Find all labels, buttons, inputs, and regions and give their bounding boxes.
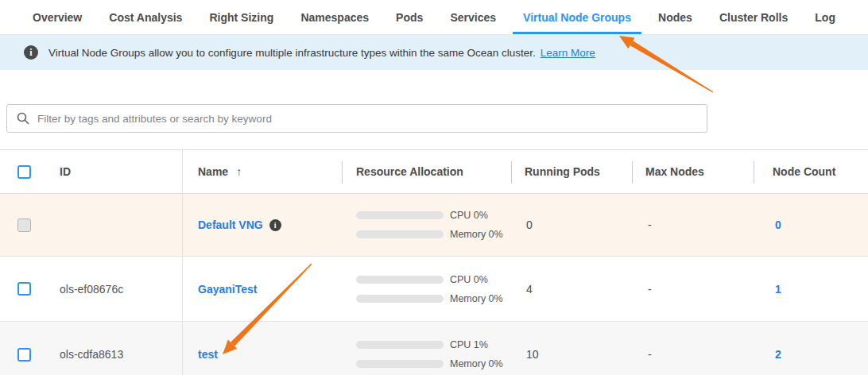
table-header-row: ID Name ↑ Resource Allocation Running Po… [0,150,868,194]
tab-cluster-rolls[interactable]: Cluster Rolls [709,0,798,34]
memory-usage-bar [356,295,444,303]
node-count-link[interactable]: 2 [775,348,781,361]
column-header-running-pods: Running Pods [511,165,632,178]
node-count-link[interactable]: 1 [775,283,781,296]
tab-overview[interactable]: Overview [22,0,92,34]
table-row-test: ols-cdfa8613 test CPU 1% Memory 0% 10 - … [0,322,868,375]
vng-table: ID Name ↑ Resource Allocation Running Po… [0,149,868,375]
tab-cost-analysis[interactable]: Cost Analysis [99,0,192,34]
row-checkbox[interactable] [17,348,31,361]
column-header-name[interactable]: Name ↑ [182,165,342,178]
name-link-test[interactable]: test [198,348,218,361]
resource-allocation: CPU 0% Memory 0% [342,210,511,240]
tab-services[interactable]: Services [440,0,506,34]
row-checkbox[interactable] [17,282,31,296]
search-input[interactable] [37,113,697,125]
sort-ascending-icon: ↑ [236,165,242,178]
cpu-usage-label: CPU 0% [450,274,488,285]
info-icon: i [269,219,281,231]
memory-usage-bar [356,360,444,368]
header-divider [511,161,512,184]
running-pods-value: 10 [511,348,632,361]
memory-usage-label: Memory 0% [450,358,503,369]
column-header-name-label: Name [198,165,228,178]
select-all-checkbox[interactable] [17,165,31,179]
cpu-usage-label: CPU 1% [450,339,488,350]
info-banner: i Virtual Node Groups allow you to confi… [0,35,868,70]
node-count-link[interactable]: 0 [775,218,781,231]
column-header-max-nodes: Max Nodes [632,165,754,178]
header-divider [632,161,633,184]
cpu-usage-label: CPU 0% [450,210,488,221]
tab-bar: Overview Cost Analysis Right Sizing Name… [0,0,868,35]
memory-usage-label: Memory 0% [450,293,503,304]
tab-pods[interactable]: Pods [386,0,433,34]
max-nodes-value: - [632,348,754,361]
filter-searchbox[interactable] [6,104,707,133]
search-icon [17,112,29,125]
column-header-resource-allocation: Resource Allocation [342,165,511,178]
vng-id: ols-ef08676c [48,283,182,296]
memory-usage-bar [356,230,444,238]
info-icon: i [24,45,38,60]
tab-virtual-node-groups[interactable]: Virtual Node Groups [513,0,641,34]
banner-text: Virtual Node Groups allow you to configu… [48,47,536,59]
column-header-id: ID [48,165,182,178]
tab-nodes[interactable]: Nodes [648,0,703,34]
table-row-gayanitest: ols-ef08676c GayaniTest CPU 0% Memory 0%… [0,257,868,322]
column-header-node-count: Node Count [754,165,868,178]
tab-log[interactable]: Log [804,0,846,34]
resource-allocation: CPU 1% Memory 0% [342,339,511,369]
row-checkbox-disabled [17,218,31,232]
learn-more-link[interactable]: Learn More [541,47,595,59]
cpu-usage-bar [356,276,444,284]
running-pods-value: 0 [511,218,632,231]
cpu-usage-bar [356,341,444,349]
table-row-default-vng: Default VNG i CPU 0% Memory 0% 0 - 0 [0,194,868,257]
memory-usage-label: Memory 0% [450,229,503,240]
tab-right-sizing[interactable]: Right Sizing [199,0,284,34]
running-pods-value: 4 [511,283,632,296]
max-nodes-value: - [632,218,754,231]
id-column-divider [182,150,183,375]
resource-allocation: CPU 0% Memory 0% [342,274,511,304]
vng-id: ols-cdfa8613 [48,348,182,361]
max-nodes-value: - [632,283,754,296]
name-link-default-vng[interactable]: Default VNG [198,218,263,231]
tab-namespaces[interactable]: Namespaces [290,0,379,34]
name-link-gayanitest[interactable]: GayaniTest [198,283,257,296]
header-divider [342,161,343,184]
cpu-usage-bar [356,211,444,219]
header-divider [754,161,754,184]
